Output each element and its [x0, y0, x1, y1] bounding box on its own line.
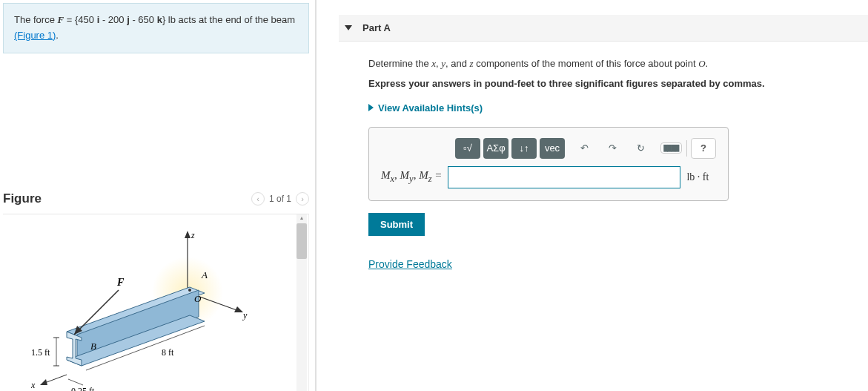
svg-text:A: A [201, 269, 208, 280]
part-a-header[interactable]: Part A [339, 15, 868, 42]
answer-label: Mx, My, Mz = [381, 169, 442, 185]
pager-label: 1 of 1 [269, 194, 291, 204]
help-button[interactable]: ? [691, 138, 716, 159]
template-button[interactable]: ▫√ [455, 138, 480, 159]
svg-text:x: x [30, 380, 36, 390]
figure-pager: ‹ 1 of 1 › [251, 192, 309, 206]
part-prompt: Determine the x, y, and z components of … [368, 56, 846, 72]
svg-text:F: F [116, 277, 125, 288]
figure-title: Figure [3, 191, 251, 206]
answer-box: ▫√ ΑΣφ ↓↑ vec ↶ ↷ ↻ ████ ? Mx, My, Mz = … [368, 127, 729, 201]
expand-icon [368, 104, 374, 111]
part-instruction: Express your answers in pound-feet to th… [368, 76, 846, 92]
figure-scrollbar[interactable]: ▴ ▾ [296, 214, 307, 391]
figure-link[interactable]: (Figure 1) [14, 30, 56, 41]
part-title: Part A [362, 22, 391, 33]
equation-toolbar: ▫√ ΑΣφ ↓↑ vec ↶ ↷ ↻ ████ ? [455, 138, 716, 159]
svg-line-23 [68, 379, 83, 385]
svg-text:B: B [90, 341, 96, 352]
svg-text:8 ft: 8 ft [162, 347, 174, 358]
provide-feedback-link[interactable]: Provide Feedback [368, 258, 452, 270]
svg-marker-21 [40, 379, 47, 385]
beam-figure: z y O A B F 8 ft [21, 222, 288, 391]
answer-unit: lb · ft [686, 171, 709, 183]
pager-next[interactable]: › [296, 192, 309, 206]
svg-text:y: y [242, 310, 248, 321]
hints-label: View Available Hints(s) [378, 102, 483, 114]
undo-button[interactable]: ↶ [572, 138, 597, 159]
pager-prev[interactable]: ‹ [251, 192, 265, 206]
svg-text:z: z [191, 230, 195, 240]
vec-button[interactable]: vec [540, 138, 565, 159]
view-hints[interactable]: View Available Hints(s) [368, 102, 846, 114]
svg-text:O: O [194, 293, 202, 304]
svg-point-7 [188, 289, 191, 292]
problem-statement: The force F = {450 i - 200 j - 650 k} lb… [3, 3, 309, 53]
collapse-icon [345, 25, 352, 30]
figure-header: Figure ‹ 1 of 1 › [3, 187, 309, 214]
subscript-button[interactable]: ↓↑ [511, 138, 537, 159]
keyboard-button[interactable]: ████ [660, 142, 682, 154]
redo-button[interactable]: ↷ [600, 138, 626, 159]
svg-text:0.25 ft: 0.25 ft [71, 386, 95, 391]
figure-body: z y O A B F 8 ft [3, 214, 309, 391]
svg-marker-2 [185, 231, 191, 238]
greek-button[interactable]: ΑΣφ [483, 138, 508, 159]
reset-button[interactable]: ↻ [629, 138, 654, 159]
answer-input[interactable] [448, 166, 680, 188]
svg-text:1.5 ft: 1.5 ft [31, 347, 50, 358]
submit-button[interactable]: Submit [368, 213, 425, 236]
